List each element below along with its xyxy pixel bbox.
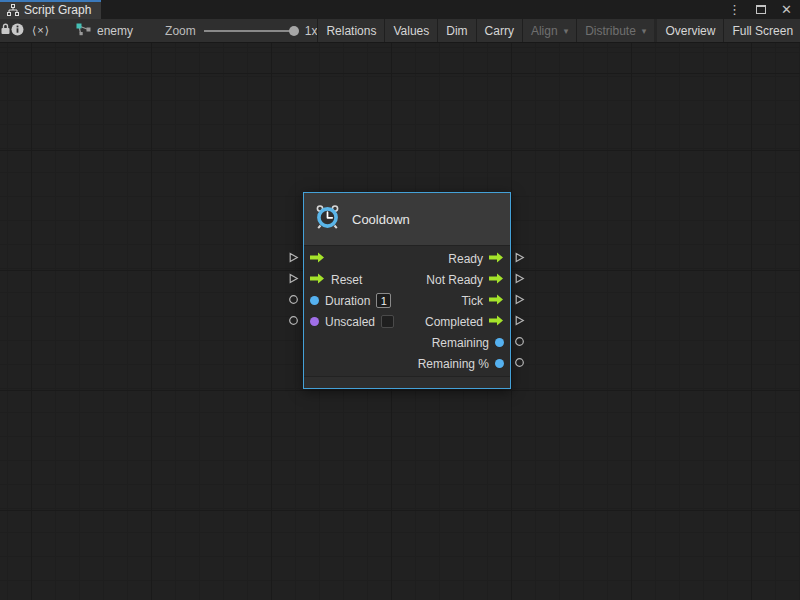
node-footer	[304, 376, 510, 388]
flow-in-port-icon[interactable]	[310, 273, 325, 287]
tab-label: Script Graph	[24, 3, 91, 17]
cooldown-node[interactable]: Cooldown Ready	[303, 192, 511, 389]
port-label: Ready	[448, 252, 483, 266]
flow-out-port-icon[interactable]	[489, 315, 504, 329]
port-label: Remaining %	[418, 357, 489, 371]
external-value-port-icon[interactable]	[288, 315, 299, 326]
flow-out-port-icon[interactable]	[489, 252, 504, 266]
values-button[interactable]: Values	[385, 19, 437, 42]
port-label: Completed	[425, 315, 483, 329]
alarm-clock-icon	[314, 204, 341, 234]
duration-input[interactable]	[376, 293, 391, 308]
flow-out-port-icon[interactable]	[489, 273, 504, 287]
external-value-port-icon[interactable]	[514, 336, 525, 347]
chevron-down-icon: ▾	[564, 26, 569, 36]
port-row: Ready	[304, 248, 510, 269]
zoom-slider[interactable]	[204, 30, 297, 32]
port-row: Unscaled Completed	[304, 311, 510, 332]
tab-bar: Script Graph ⋮ ✕	[0, 0, 800, 19]
port-label: Tick	[461, 294, 483, 308]
external-flow-port-icon[interactable]	[514, 252, 525, 263]
port-row: Duration Tick	[304, 290, 510, 311]
relations-button[interactable]: Relations	[318, 19, 384, 42]
graph-toolbar: ⟨×⟩ enemy Zoom 1x Relations	[0, 19, 800, 43]
node-header[interactable]: Cooldown	[304, 193, 510, 246]
info-button[interactable]	[11, 19, 24, 42]
carry-button[interactable]: Carry	[477, 19, 522, 42]
port-row: Remaining %	[304, 353, 510, 374]
script-graph-window: Script Graph ⋮ ✕	[0, 0, 800, 600]
zoom-slider-handle[interactable]	[289, 26, 299, 36]
full-screen-button[interactable]: Full Screen	[724, 19, 800, 42]
zoom-label: Zoom	[165, 24, 196, 38]
flow-out-port-icon[interactable]	[489, 294, 504, 308]
close-icon[interactable]: ✕	[781, 3, 792, 16]
port-label: Not Ready	[426, 273, 483, 287]
align-dropdown[interactable]: Align▾	[523, 19, 576, 42]
value-in-port-icon[interactable]	[310, 296, 319, 305]
overview-button[interactable]: Overview	[657, 19, 723, 42]
port-row: Reset Not Ready	[304, 269, 510, 290]
window-controls: ⋮ ✕	[728, 0, 800, 19]
port-label: Remaining	[432, 336, 489, 350]
external-flow-port-icon[interactable]	[514, 294, 525, 305]
lock-icon	[0, 23, 11, 38]
tab-script-graph[interactable]: Script Graph	[0, 0, 101, 19]
port-row: Remaining	[304, 332, 510, 353]
dim-button[interactable]: Dim	[438, 19, 475, 42]
distribute-dropdown[interactable]: Distribute▾	[577, 19, 654, 42]
external-flow-port-icon[interactable]	[514, 315, 525, 326]
flow-in-port-icon[interactable]	[310, 252, 325, 266]
unscaled-checkbox[interactable]	[381, 315, 394, 328]
lock-button[interactable]	[0, 19, 11, 42]
maximize-icon[interactable]	[756, 5, 766, 14]
zoom-control: Zoom 1x	[165, 19, 317, 42]
external-value-port-icon[interactable]	[514, 357, 525, 368]
hierarchy-icon	[7, 4, 19, 16]
node-title: Cooldown	[352, 212, 410, 227]
menu-icon[interactable]: ⋮	[728, 3, 741, 16]
graph-canvas[interactable]: Cooldown Ready	[0, 43, 800, 600]
graph-name: enemy	[97, 24, 133, 38]
value-in-port-icon[interactable]	[310, 317, 319, 326]
port-label: Reset	[331, 273, 362, 287]
chevron-down-icon: ▾	[642, 26, 647, 36]
zoom-value: 1x	[305, 24, 318, 38]
toolbar-button-group: Relations Values Dim Carry Align▾ Distri…	[317, 19, 800, 42]
info-icon	[11, 23, 24, 39]
value-out-port-icon[interactable]	[495, 338, 504, 347]
external-flow-port-icon[interactable]	[288, 273, 299, 284]
port-label: Unscaled	[325, 315, 375, 329]
port-label: Duration	[325, 294, 370, 308]
value-ports-icon: ⟨×⟩	[32, 24, 50, 37]
external-value-port-icon[interactable]	[288, 294, 299, 305]
external-flow-port-icon[interactable]	[288, 252, 299, 263]
node-body: Ready Reset Not Ready	[304, 246, 510, 376]
graph-icon	[76, 23, 91, 39]
value-ports-button[interactable]: ⟨×⟩	[24, 19, 58, 42]
value-out-port-icon[interactable]	[495, 359, 504, 368]
external-flow-port-icon[interactable]	[514, 273, 525, 284]
graph-breadcrumb[interactable]: enemy	[58, 19, 133, 42]
